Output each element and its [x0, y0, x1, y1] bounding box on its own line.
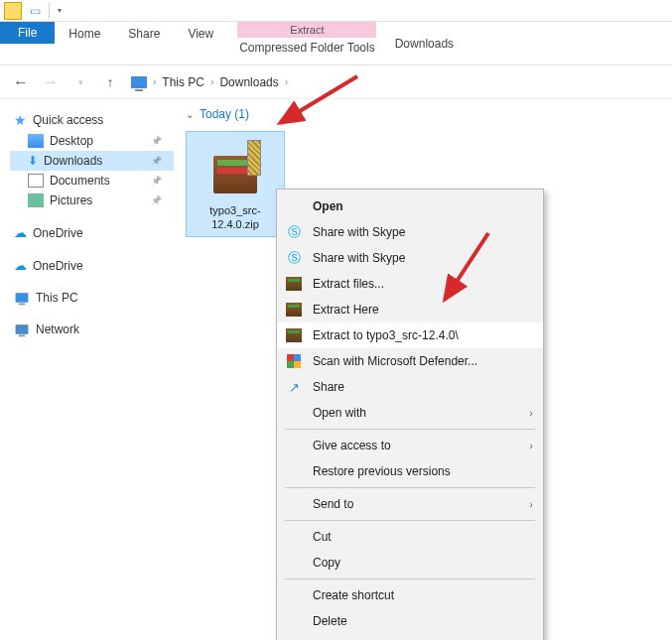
sidebar-thispc[interactable]: This PC — [10, 288, 174, 308]
ctx-label: Copy — [313, 556, 533, 570]
ctx-label: Extract files... — [313, 277, 533, 291]
qat-dropdown[interactable]: ▾ — [58, 6, 62, 15]
submenu-arrow-icon: › — [529, 498, 533, 510]
ctx-label: Open with — [313, 406, 519, 420]
skype-icon: Ⓢ — [285, 249, 303, 267]
ctx-restore-versions[interactable]: Restore previous versions — [277, 458, 543, 484]
sidebar-network[interactable]: Network — [10, 320, 174, 339]
chevron-icon[interactable]: › — [208, 76, 215, 87]
sidebar-item-label: OneDrive — [33, 226, 83, 240]
ctx-label: Share with Skype — [313, 225, 533, 239]
download-icon: ⬇ — [28, 154, 38, 168]
address-bar-row: ← → ▾ ↑ › This PC › Downloads › — [0, 65, 672, 99]
sidebar-item-label: OneDrive — [33, 259, 83, 273]
ctx-cut[interactable]: Cut — [277, 524, 543, 550]
shield-icon — [285, 352, 303, 370]
desktop-icon — [28, 134, 44, 148]
ribbon: File Home Share View Extract Compressed … — [0, 22, 672, 65]
winrar-icon — [285, 301, 303, 319]
explorer-icon — [4, 2, 22, 20]
ctx-open[interactable]: Open — [277, 193, 543, 219]
ctx-open-with[interactable]: Open with› — [277, 400, 543, 426]
submenu-arrow-icon: › — [529, 407, 533, 419]
ctx-label: Restore previous versions — [313, 464, 533, 478]
ctx-share[interactable]: ↗Share — [277, 374, 543, 400]
forward-button: → — [38, 69, 64, 95]
back-button[interactable]: ← — [8, 69, 34, 95]
ctx-extract-files[interactable]: Extract files... — [277, 271, 543, 297]
sidebar-onedrive[interactable]: ☁ OneDrive — [10, 222, 174, 243]
sidebar-onedrive[interactable]: ☁ OneDrive — [10, 255, 174, 276]
crumb-downloads[interactable]: Downloads — [219, 75, 278, 89]
separator — [285, 429, 535, 430]
context-menu: Open ⓈShare with Skype ⓈShare with Skype… — [276, 189, 544, 640]
sidebar-item-label: Quick access — [33, 113, 103, 127]
sidebar-desktop[interactable]: Desktop — [10, 131, 174, 151]
ctx-give-access[interactable]: Give access to› — [277, 433, 543, 458]
sidebar-item-label: Desktop — [50, 134, 93, 148]
qat-btn[interactable]: ▭ — [30, 4, 41, 18]
ctx-label: Open — [313, 199, 533, 213]
crumb-thispc[interactable]: This PC — [162, 75, 204, 89]
chevron-icon[interactable]: › — [283, 76, 290, 87]
document-icon — [28, 174, 44, 188]
sidebar-item-label: Pictures — [50, 193, 92, 207]
ctx-label: Share — [313, 380, 533, 394]
ctx-label: Send to — [313, 497, 519, 511]
tab-home[interactable]: Home — [55, 24, 114, 44]
tab-view[interactable]: View — [174, 24, 227, 44]
sidebar-documents[interactable]: Documents — [10, 171, 174, 191]
sidebar-downloads[interactable]: ⬇ Downloads — [10, 151, 174, 171]
ctx-label: Share with Skype — [313, 251, 533, 265]
separator — [49, 3, 50, 19]
winrar-icon — [285, 275, 303, 293]
sidebar-quick-access[interactable]: ★ Quick access — [10, 109, 174, 131]
pc-icon — [131, 76, 147, 88]
tab-share[interactable]: Share — [114, 24, 174, 44]
ctx-label: Cut — [313, 530, 533, 544]
ctx-label: Delete — [313, 614, 533, 628]
ctx-label: Scan with Microsoft Defender... — [313, 354, 533, 368]
share-icon: ↗ — [285, 378, 303, 396]
recent-dropdown[interactable]: ▾ — [67, 69, 93, 95]
sidebar-item-label: Documents — [50, 174, 110, 188]
ctx-label: Extract Here — [313, 303, 533, 317]
ctx-scan-defender[interactable]: Scan with Microsoft Defender... — [277, 348, 543, 374]
group-header-today[interactable]: ⌄ Today (1) — [186, 107, 672, 121]
sidebar-pictures[interactable]: Pictures — [10, 191, 174, 210]
contextual-tab-header: Extract — [237, 22, 376, 38]
sidebar-item-label: Network — [36, 322, 79, 336]
ctx-extract-to[interactable]: Extract to typo3_src-12.4.0\ — [277, 322, 543, 348]
chevron-down-icon: ⌄ — [186, 109, 194, 120]
quick-access-toolbar: ▭ ▾ — [0, 0, 672, 22]
cloud-icon: ☁ — [14, 225, 27, 240]
ctx-share-skype[interactable]: ⓈShare with Skype — [277, 219, 543, 245]
ctx-label: Give access to — [313, 439, 519, 452]
tab-file[interactable]: File — [0, 22, 55, 44]
window-title: Downloads — [381, 34, 468, 54]
file-item-zip[interactable]: typo3_src-12.4.0.zip — [186, 131, 285, 237]
pc-icon — [16, 293, 29, 303]
ctx-send-to[interactable]: Send to› — [277, 491, 543, 517]
chevron-icon[interactable]: › — [151, 76, 158, 87]
tab-compressed-tools[interactable]: Compressed Folder Tools — [233, 38, 381, 58]
ctx-extract-here[interactable]: Extract Here — [277, 297, 543, 322]
file-name-label: typo3_src-12.4.0.zip — [191, 203, 280, 232]
ctx-create-shortcut[interactable]: Create shortcut — [277, 582, 543, 608]
ctx-copy[interactable]: Copy — [277, 550, 543, 576]
cloud-icon: ☁ — [14, 258, 27, 273]
submenu-arrow-icon: › — [529, 440, 533, 451]
ctx-rename[interactable]: Rename — [277, 634, 543, 640]
winrar-icon — [285, 326, 303, 344]
navigation-pane: ★ Quick access Desktop ⬇ Downloads Docum… — [0, 99, 174, 640]
ctx-share-skype[interactable]: ⓈShare with Skype — [277, 245, 543, 271]
ctx-label: Create shortcut — [313, 588, 533, 602]
up-button[interactable]: ↑ — [97, 69, 123, 95]
breadcrumb[interactable]: › This PC › Downloads › — [127, 75, 664, 89]
ribbon-tabs: File Home Share View — [0, 22, 227, 44]
separator — [285, 487, 535, 488]
ctx-delete[interactable]: Delete — [277, 608, 543, 634]
sidebar-item-label: Downloads — [44, 154, 102, 168]
group-label: Today (1) — [200, 107, 249, 121]
separator — [285, 520, 535, 521]
